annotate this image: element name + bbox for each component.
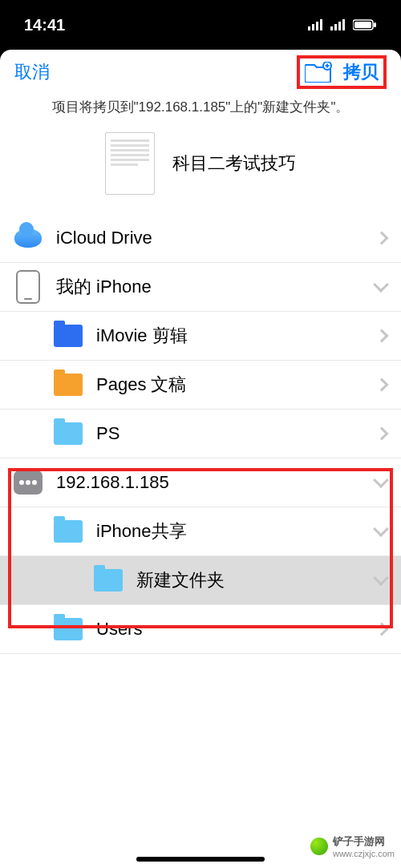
svg-rect-7: [342, 19, 345, 30]
new-folder-icon[interactable]: [305, 62, 332, 83]
svg-rect-3: [320, 19, 322, 30]
status-right: [308, 16, 377, 34]
watermark: 铲子手游网 www.czjxjc.com: [310, 834, 395, 858]
row-icloud[interactable]: iCloud Drive: [0, 214, 401, 263]
subtitle-text: 项目将拷贝到"192.168.1.185"上的"新建文件夹"。: [0, 95, 401, 124]
row-label: iPhone共享: [96, 519, 375, 543]
chevron-right-icon: [377, 331, 387, 341]
row-newfolder[interactable]: 新建文件夹: [0, 556, 401, 605]
row-label: 我的 iPhone: [56, 275, 375, 299]
row-ps[interactable]: PS: [0, 410, 401, 458]
file-preview: 科目二考试技巧: [0, 124, 401, 214]
folder-icon: [54, 373, 83, 396]
svg-rect-9: [354, 22, 371, 28]
chevron-right-icon: [377, 233, 387, 243]
row-server[interactable]: 192.168.1.185: [0, 458, 401, 507]
chevron-right-icon: [377, 429, 387, 438]
row-pages[interactable]: Pages 文稿: [0, 361, 401, 410]
row-iphoneshare[interactable]: iPhone共享: [0, 507, 401, 556]
icloud-icon: [14, 228, 42, 248]
svg-rect-0: [308, 26, 310, 30]
row-label: iCloud Drive: [56, 228, 377, 248]
svg-rect-5: [334, 24, 337, 30]
row-label: PS: [96, 423, 377, 444]
svg-rect-2: [316, 22, 318, 30]
status-time: 14:41: [24, 16, 65, 34]
chevron-down-icon[interactable]: [375, 284, 387, 290]
chevron-right-icon: [377, 624, 387, 634]
folder-icon: [54, 422, 83, 445]
home-indicator: [136, 857, 265, 862]
folder-icon: [54, 520, 83, 543]
svg-rect-10: [374, 22, 376, 27]
sheet-header: 取消 拷贝: [0, 50, 401, 95]
server-icon: [14, 470, 43, 495]
chevron-down-icon[interactable]: [375, 528, 387, 535]
document-thumb-icon: [105, 132, 155, 195]
cancel-button[interactable]: 取消: [14, 60, 50, 84]
status-bar: 14:41: [0, 0, 401, 50]
row-users[interactable]: Users: [0, 605, 401, 654]
signal-icon-2: [330, 19, 346, 30]
watermark-url: www.czjxjc.com: [333, 849, 395, 858]
row-label: 192.168.1.185: [56, 472, 375, 493]
signal-icon: [308, 19, 324, 30]
iphone-icon: [16, 270, 40, 304]
chevron-right-icon: [377, 380, 387, 390]
chevron-down-icon[interactable]: [375, 479, 387, 486]
folder-icon: [54, 618, 83, 640]
svg-rect-1: [312, 24, 314, 30]
copy-sheet: 取消 拷贝 项目将拷贝到"192.168.1.185"上的"新建文件夹"。 科目…: [0, 50, 401, 868]
svg-rect-6: [338, 22, 341, 30]
row-myiphone[interactable]: 我的 iPhone: [0, 263, 401, 312]
folder-icon: [54, 325, 83, 347]
folder-icon: [94, 569, 123, 591]
watermark-text: 铲子手游网: [333, 834, 395, 849]
row-label: iMovie 剪辑: [96, 324, 377, 348]
location-list: iCloud Drive 我的 iPhone iMovie 剪辑 Pages 文…: [0, 214, 401, 868]
battery-icon: [353, 16, 377, 34]
watermark-logo-icon: [310, 838, 328, 855]
svg-rect-4: [330, 26, 333, 30]
file-name: 科目二考试技巧: [172, 151, 296, 176]
row-label: 新建文件夹: [136, 568, 375, 592]
copy-button[interactable]: 拷贝: [343, 60, 379, 84]
chevron-down-icon[interactable]: [375, 577, 387, 583]
row-label: Pages 文稿: [96, 373, 377, 397]
row-label: Users: [96, 619, 377, 640]
row-imovie[interactable]: iMovie 剪辑: [0, 312, 401, 361]
